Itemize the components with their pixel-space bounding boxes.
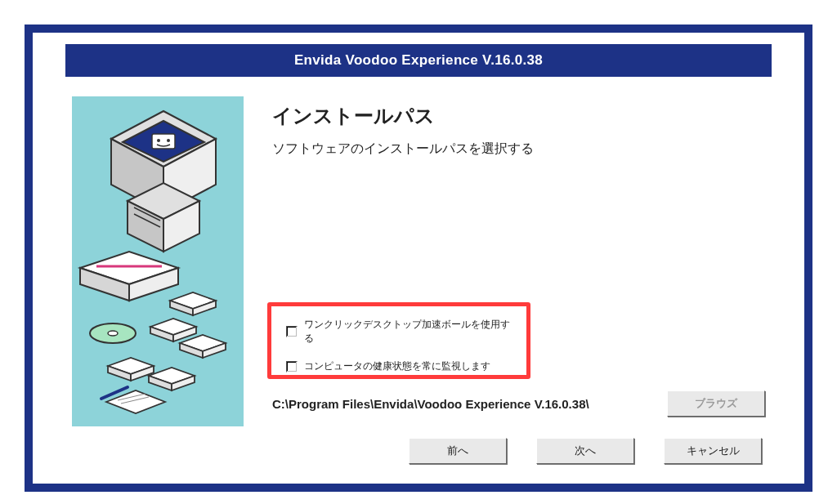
cancel-button[interactable]: キャンセル: [664, 438, 762, 464]
option-label: コンピュータの健康状態を常に監視します: [304, 359, 490, 373]
checkbox-icon[interactable]: [286, 326, 298, 337]
browse-button[interactable]: ブラウズ: [667, 390, 765, 417]
title-text: Envida Voodoo Experience V.16.0.38: [294, 52, 543, 69]
option-oneclick-accelerator[interactable]: ワンクリックデスクトップ加速ボールを使用する: [286, 318, 518, 346]
back-button[interactable]: 前へ: [409, 438, 507, 464]
option-label: ワンクリックデスクトップ加速ボールを使用する: [304, 318, 518, 346]
svg-point-5: [157, 139, 160, 142]
checkbox-icon[interactable]: [286, 361, 298, 372]
sidebar-illustration: [72, 96, 244, 426]
svg-point-6: [167, 139, 170, 142]
option-health-monitor[interactable]: コンピュータの健康状態を常に監視します: [286, 359, 518, 373]
install-path-row: C:\Program Files\Envida\Voodoo Experienc…: [272, 390, 765, 417]
main-panel: インストールパス ソフトウェアのインストールパスを選択する ワンクリックデスクト…: [272, 96, 765, 420]
title-bar: Envida Voodoo Experience V.16.0.38: [65, 44, 772, 77]
options-highlight-box: ワンクリックデスクトップ加速ボールを使用する コンピュータの健康状態を常に監視し…: [267, 302, 530, 379]
page-subtitle: ソフトウェアのインストールパスを選択する: [272, 140, 765, 158]
nav-button-row: 前へ 次へ キャンセル: [409, 438, 762, 464]
page-title: インストールパス: [272, 103, 765, 129]
install-path-text: C:\Program Files\Envida\Voodoo Experienc…: [272, 397, 589, 411]
content-area: インストールパス ソフトウェアのインストールパスを選択する ワンクリックデスクト…: [72, 96, 765, 420]
next-button[interactable]: 次へ: [536, 438, 634, 464]
installer-dialog: Envida Voodoo Experience V.16.0.38: [25, 25, 812, 492]
svg-point-17: [108, 331, 118, 336]
